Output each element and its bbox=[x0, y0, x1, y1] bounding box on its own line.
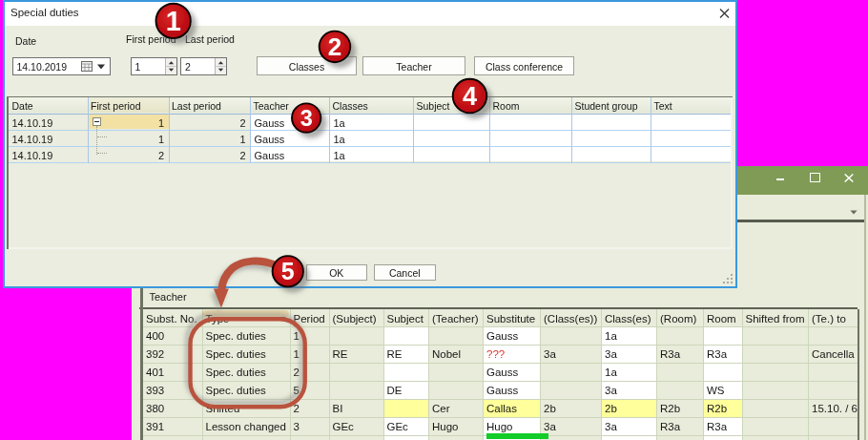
svg-text:5: 5 bbox=[281, 258, 295, 284]
svg-text:2: 2 bbox=[328, 32, 341, 61]
svg-text:3: 3 bbox=[300, 106, 313, 131]
svg-text:4: 4 bbox=[463, 82, 477, 111]
svg-text:1: 1 bbox=[166, 6, 181, 36]
